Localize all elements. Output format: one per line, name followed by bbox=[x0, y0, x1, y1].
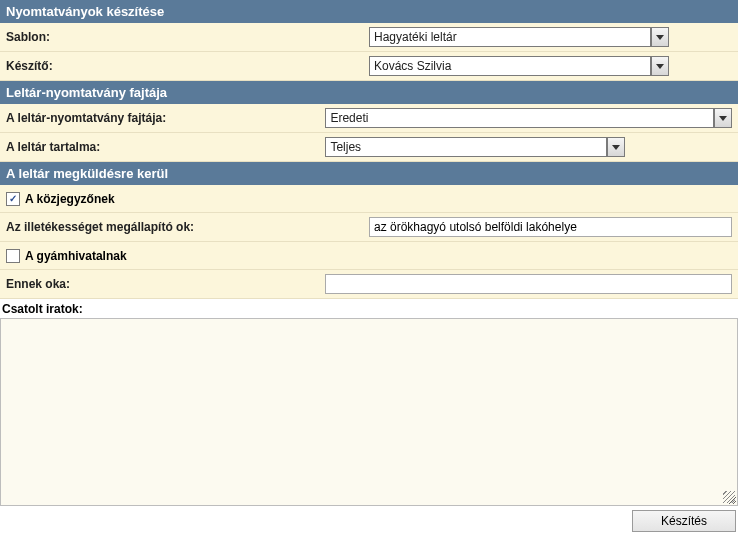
ennek-oka-label: Ennek oka: bbox=[6, 277, 325, 291]
resize-grip-icon[interactable] bbox=[723, 491, 735, 503]
row-kozjegyzonek-check: ✓ A közjegyzőnek bbox=[0, 185, 738, 213]
illetekesseg-input[interactable] bbox=[369, 217, 732, 237]
keszito-label: Készítő: bbox=[6, 59, 369, 73]
section-header-type: Leltár-nyomtatvány fajtája bbox=[0, 81, 738, 104]
section-header-send: A leltár megküldésre kerül bbox=[0, 162, 738, 185]
fajta-select-input[interactable] bbox=[325, 108, 714, 128]
gyamhivatalnak-checkbox[interactable] bbox=[6, 249, 20, 263]
keszito-control bbox=[369, 56, 732, 76]
fajta-label: A leltár-nyomtatvány fajtája: bbox=[6, 111, 325, 125]
kozjegyzonek-label: A közjegyzőnek bbox=[25, 192, 115, 206]
fajta-control bbox=[325, 108, 732, 128]
row-fajta: A leltár-nyomtatvány fajtája: bbox=[0, 104, 738, 133]
attachments-area[interactable] bbox=[0, 318, 738, 506]
sablon-control bbox=[369, 27, 732, 47]
tartalma-control bbox=[325, 137, 732, 157]
sablon-select-button[interactable] bbox=[651, 27, 669, 47]
fajta-select-button[interactable] bbox=[714, 108, 732, 128]
attachments-label: Csatolt iratok: bbox=[0, 299, 738, 318]
ennek-oka-input[interactable] bbox=[325, 274, 732, 294]
tartalma-select-input[interactable] bbox=[325, 137, 607, 157]
gyamhivatalnak-label: A gyámhivatalnak bbox=[25, 249, 127, 263]
section-header-form-create: Nyomtatványok készítése bbox=[0, 0, 738, 23]
row-sablon: Sablon: bbox=[0, 23, 738, 52]
row-tartalma: A leltár tartalma: bbox=[0, 133, 738, 162]
illetekesseg-label: Az illetékességet megállapító ok: bbox=[6, 220, 369, 234]
kozjegyzonek-checkbox[interactable]: ✓ bbox=[6, 192, 20, 206]
illetekesseg-control bbox=[369, 217, 732, 237]
submit-button[interactable]: Készítés bbox=[632, 510, 736, 532]
row-ennek-oka: Ennek oka: bbox=[0, 270, 738, 299]
keszito-select-input[interactable] bbox=[369, 56, 651, 76]
footer: Készítés bbox=[0, 506, 738, 532]
keszito-select-button[interactable] bbox=[651, 56, 669, 76]
row-gyamhivatalnak-check: A gyámhivatalnak bbox=[0, 242, 738, 270]
ennek-oka-control bbox=[325, 274, 732, 294]
row-illetekesseg: Az illetékességet megállapító ok: bbox=[0, 213, 738, 242]
sablon-label: Sablon: bbox=[6, 30, 369, 44]
sablon-select-input[interactable] bbox=[369, 27, 651, 47]
row-keszito: Készítő: bbox=[0, 52, 738, 81]
tartalma-select-button[interactable] bbox=[607, 137, 625, 157]
tartalma-label: A leltár tartalma: bbox=[6, 140, 325, 154]
